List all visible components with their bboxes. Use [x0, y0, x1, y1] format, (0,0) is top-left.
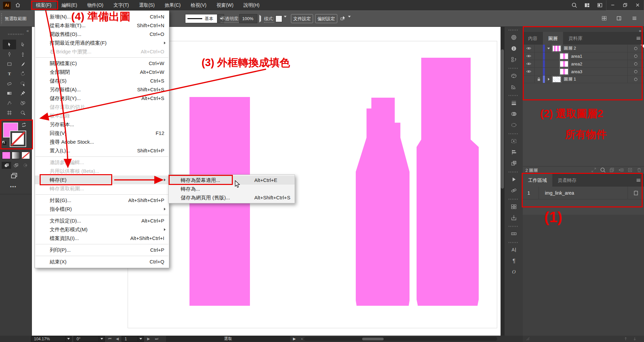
select-similar-icon[interactable] [340, 15, 346, 21]
panel-group-grip[interactable] [509, 172, 519, 173]
rotation-select[interactable]: 0° [74, 336, 105, 342]
file-menu-item-19[interactable]: 轉存(E) [35, 176, 169, 184]
visibility-empty[interactable] [523, 76, 535, 83]
artboards-icon[interactable] [505, 201, 523, 212]
collect-export-icon[interactable] [609, 167, 615, 173]
stroke-color-swatch[interactable] [10, 131, 26, 146]
lasso-tool[interactable] [16, 79, 30, 88]
restore-icon[interactable] [619, 0, 631, 10]
control-menu-icon[interactable] [632, 15, 637, 21]
pathfinder-icon[interactable] [505, 158, 523, 169]
visibility-eye-icon[interactable] [523, 68, 535, 75]
move-down-icon[interactable] [632, 336, 637, 341]
file-menu-item-6[interactable]: 關閉檔案(C)Ctrl+W [35, 59, 169, 68]
next-artboard-icon[interactable]: ▶ [147, 337, 150, 341]
file-menu-item-21[interactable]: 封裝(G)...Alt+Shift+Ctrl+P [35, 196, 169, 205]
curvature-tool[interactable] [16, 49, 30, 59]
layer-label[interactable]: 圖層 1 [564, 76, 576, 82]
lock-empty[interactable] [535, 68, 543, 75]
file-menu-item-2[interactable]: 從範本新增(T)...Shift+Ctrl+N [35, 21, 169, 30]
layer-label[interactable]: area3 [571, 69, 582, 74]
transparency-icon[interactable] [505, 108, 523, 119]
links-icon[interactable] [505, 185, 523, 196]
twirl-tool[interactable] [3, 98, 16, 108]
layers-tab-1[interactable]: 內容 [523, 32, 543, 45]
screen-mode-icon[interactable] [10, 172, 18, 179]
color-guide-icon[interactable] [505, 228, 523, 239]
status-expand-icon[interactable]: ▶ [293, 337, 296, 341]
layer-thumbnail[interactable] [560, 61, 568, 67]
zoom-level-select[interactable]: 104.17% [31, 336, 72, 342]
panel-group-grip[interactable] [509, 30, 519, 31]
lock-empty[interactable] [535, 52, 543, 60]
menubar-item-8[interactable]: 視窗(W) [211, 0, 239, 10]
lock-empty[interactable] [535, 45, 543, 52]
last-artboard-icon[interactable]: ⏭ [155, 337, 158, 341]
style-swatch[interactable] [275, 15, 282, 22]
zoom-tool[interactable] [16, 108, 30, 117]
artboard-number-select[interactable]: 1 [122, 336, 144, 342]
opacity-input[interactable]: 100% [239, 14, 257, 23]
layer-row-area1[interactable]: area1 [523, 52, 644, 60]
menubar-item-4[interactable]: 文字(T) [109, 0, 134, 10]
file-menu-item-23[interactable]: 文件設定(D)...Alt+Ctrl+P [35, 216, 169, 225]
target-icon[interactable] [627, 68, 644, 75]
menubar-item-7[interactable]: 檢視(V) [186, 0, 212, 10]
home-icon[interactable] [15, 2, 21, 8]
menubar-item-6[interactable]: 效果(C) [160, 0, 185, 10]
properties-icon[interactable] [505, 32, 523, 43]
expand-chevron-right-icon[interactable] [545, 78, 552, 81]
search-icon[interactable] [568, 0, 581, 10]
type-tool[interactable]: T [3, 69, 16, 79]
appearance-icon[interactable] [505, 136, 523, 147]
layer-label[interactable]: area2 [571, 61, 582, 66]
panel-group-grip[interactable] [509, 95, 519, 96]
color-icon[interactable] [505, 70, 523, 81]
file-menu-item-14[interactable]: 回復(V)F12 [35, 129, 169, 138]
artboard-tab-2[interactable]: 資產轉存 [552, 174, 582, 187]
menubar-item-5[interactable]: 選取(S) [134, 0, 160, 10]
move-up-icon[interactable] [623, 336, 628, 341]
export-submenu-item-1[interactable]: 轉存為螢幕適用...Alt+Ctrl+E [169, 176, 295, 185]
file-menu-item-22[interactable]: 指令檔(R) [35, 205, 169, 213]
new-sublayer-icon[interactable] [618, 167, 624, 173]
panel-doc-icon[interactable] [616, 15, 622, 21]
arrange-documents-icon[interactable] [581, 0, 593, 10]
horizontal-scrollbar[interactable] [304, 337, 497, 341]
file-menu-item-26[interactable]: 列印(P)...Ctrl+P [35, 246, 169, 254]
file-menu-item-7[interactable]: 全部關閉Alt+Ctrl+W [35, 68, 169, 77]
menubar-item-3[interactable]: 物件(O) [82, 0, 109, 10]
minimize-icon[interactable] [606, 0, 619, 10]
layer-row-area2[interactable]: area2 [523, 60, 644, 68]
layer-label[interactable]: area1 [571, 54, 582, 59]
export-submenu-item-3[interactable]: 儲存為網頁用 (舊版)...Alt+Shift+Ctrl+S [169, 193, 295, 202]
file-menu-item-9[interactable]: 另存新檔(A)...Shift+Ctrl+S [35, 85, 169, 94]
draw-inside-icon[interactable] [20, 162, 30, 169]
visibility-eye-icon[interactable] [523, 45, 535, 52]
file-menu-item-10[interactable]: 儲存拷貝(Y)...Alt+Ctrl+S [35, 94, 169, 103]
layer-thumbnail[interactable] [552, 45, 561, 52]
feather-icon[interactable] [505, 119, 523, 131]
resize-panel-icon[interactable] [525, 336, 530, 341]
artboard-name[interactable]: img_link_area [539, 187, 628, 199]
default-fill-stroke-icon[interactable] [2, 140, 7, 145]
prev-artboard-icon[interactable]: ◀ [116, 337, 119, 341]
actions-icon[interactable] [505, 54, 523, 65]
file-menu-item-27[interactable]: 結束(X)Ctrl+Q [35, 257, 169, 266]
layer-row-圖層-1[interactable]: 圖層 1 [523, 76, 644, 83]
export-submenu-item-2[interactable]: 轉存為... [169, 185, 295, 193]
visibility-eye-icon[interactable] [523, 60, 535, 67]
document-setup-button[interactable]: 文件設定 [291, 14, 313, 23]
eyedropper-tool[interactable] [16, 88, 30, 98]
toolbox-grip[interactable] [8, 34, 24, 35]
panel-group-grip[interactable] [509, 133, 519, 134]
scroll-left-icon[interactable]: ‹ [301, 337, 303, 341]
file-menu-item-16[interactable]: 置入(L)...Shift+Ctrl+P [35, 146, 169, 155]
opentype-icon[interactable]: O [505, 266, 523, 278]
opacity-label[interactable]: 不透明度: [221, 16, 240, 22]
select-similar-dropdown-icon[interactable] [348, 17, 351, 22]
collapse-toolbox-icon[interactable]: « [27, 28, 29, 33]
layers-tab-3[interactable]: 資料庫 [563, 32, 588, 45]
document-layout-icon[interactable] [593, 0, 606, 10]
first-artboard-icon[interactable]: ⏮ [108, 337, 112, 341]
